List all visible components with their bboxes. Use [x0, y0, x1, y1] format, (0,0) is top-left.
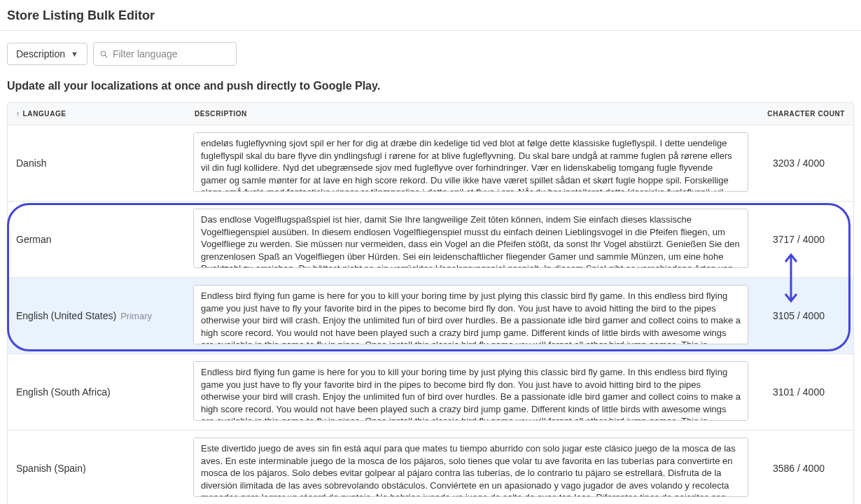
description-textarea[interactable]: [193, 209, 748, 268]
character-count: 3105 / 4000: [755, 278, 853, 354]
language-name: Spanish (Spain): [16, 463, 86, 474]
description-cell: [186, 430, 755, 504]
character-count: 3203 / 4000: [755, 125, 853, 202]
character-count: 3717 / 4000: [755, 202, 853, 278]
language-name: German: [16, 234, 52, 245]
svg-point-0: [101, 51, 106, 56]
language-cell: Spanish (Spain): [8, 430, 186, 504]
language-cell: English (South Africa): [8, 354, 186, 430]
table-row: Spanish (Spain)3586 / 4000: [8, 430, 853, 504]
subtitle: Update all your localizations at once an…: [0, 77, 861, 102]
language-cell: English (United States)Primary: [8, 278, 186, 354]
description-cell: [186, 278, 755, 354]
description-textarea[interactable]: [193, 438, 748, 497]
column-header-description[interactable]: Description: [186, 103, 755, 125]
column-header-count[interactable]: Character Count: [755, 103, 853, 125]
description-cell: [186, 202, 755, 278]
language-cell: Danish: [8, 125, 186, 202]
table-row: German3717 / 4000: [8, 202, 853, 278]
filter-language-input[interactable]: [108, 46, 230, 62]
svg-line-1: [105, 55, 107, 57]
search-icon: [99, 50, 108, 59]
character-count: 3101 / 4000: [755, 354, 853, 430]
filter-language-field[interactable]: [93, 42, 237, 66]
page-title: Store Listing Bulk Editor: [0, 0, 861, 31]
field-select-dropdown[interactable]: Description ▼: [7, 43, 88, 65]
caret-down-icon: ▼: [71, 50, 78, 58]
language-name: English (United States): [16, 310, 116, 321]
field-select-label: Description: [16, 48, 65, 59]
table-row: English (United States)Primary3105 / 400…: [8, 278, 853, 354]
character-count: 3586 / 4000: [755, 430, 853, 504]
localization-table: ↑Language Description Character Count Da…: [7, 102, 854, 504]
table-row: English (South Africa)3101 / 4000: [8, 354, 853, 430]
column-header-language[interactable]: ↑Language: [8, 103, 186, 125]
description-cell: [186, 354, 755, 430]
description-textarea[interactable]: [193, 285, 748, 344]
table-row: Danish3203 / 4000: [8, 125, 853, 202]
language-name: Danish: [16, 158, 47, 169]
description-cell: [186, 125, 755, 202]
toolbar: Description ▼: [0, 31, 861, 77]
sort-asc-icon: ↑: [16, 110, 20, 118]
description-textarea[interactable]: [193, 132, 748, 192]
language-cell: German: [8, 202, 186, 278]
language-name: English (South Africa): [16, 386, 111, 398]
primary-tag: Primary: [120, 311, 152, 321]
description-textarea[interactable]: [193, 361, 748, 421]
